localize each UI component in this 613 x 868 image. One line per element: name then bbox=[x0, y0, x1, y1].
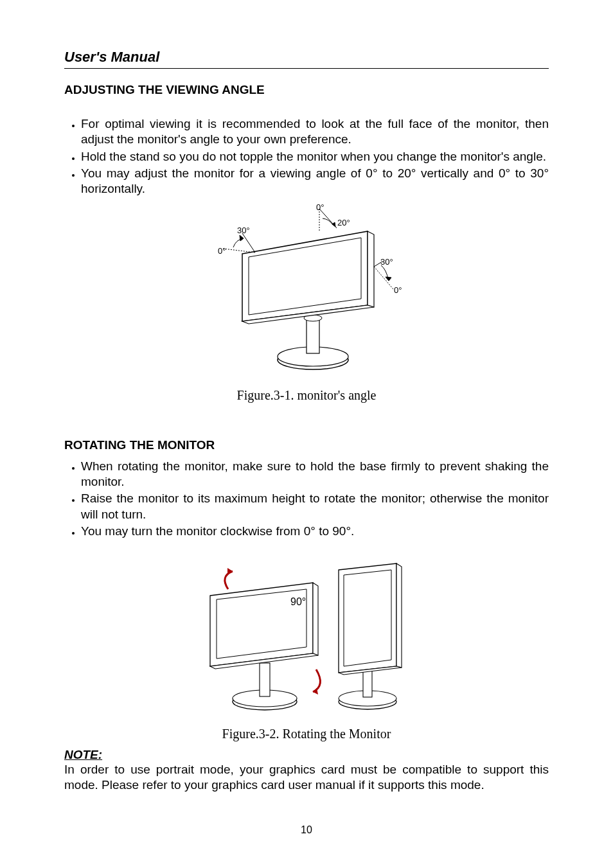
page-number: 10 bbox=[0, 824, 613, 836]
list-item: You may adjust the monitor for a viewing… bbox=[81, 166, 549, 197]
svg-rect-19 bbox=[260, 663, 270, 696]
monitor-rotate-diagram: 90° bbox=[197, 557, 416, 718]
header-rule bbox=[64, 68, 549, 69]
list-item: Raise the monitor to its maximum height … bbox=[81, 491, 549, 522]
note-heading: NOTE: bbox=[64, 748, 549, 762]
figure-caption: Figure.3-2. Rotating the Monitor bbox=[64, 727, 549, 741]
angle-label: 90° bbox=[290, 596, 306, 607]
figure-3-2: 90° Figure.3-2. Rotating the Monitor bbox=[64, 557, 549, 741]
manual-page: User's Manual ADJUSTING THE VIEWING ANGL… bbox=[0, 0, 613, 868]
rotating-bullet-list: When rotating the monitor, make sure to … bbox=[64, 459, 549, 540]
angle-label: 20° bbox=[337, 218, 350, 227]
svg-marker-22 bbox=[313, 583, 318, 655]
svg-marker-10 bbox=[332, 222, 335, 227]
angle-label: 0° bbox=[394, 285, 402, 295]
svg-line-12 bbox=[242, 233, 255, 252]
monitor-angle-diagram: 0° 20° 0° 30° 30° 0° bbox=[204, 202, 409, 379]
svg-marker-6 bbox=[368, 231, 374, 307]
section-heading-adjusting: ADJUSTING THE VIEWING ANGLE bbox=[64, 83, 549, 97]
list-item: For optimal viewing it is recommended to… bbox=[81, 116, 549, 148]
page-header-title: User's Manual bbox=[64, 49, 549, 66]
angle-label: 0° bbox=[316, 202, 324, 212]
angle-label: 0° bbox=[218, 246, 226, 256]
angle-label: 30° bbox=[237, 226, 250, 235]
figure-3-1: 0° 20° 0° 30° 30° 0° Figure.3-1. monitor… bbox=[64, 202, 549, 403]
list-item: When rotating the monitor, make sure to … bbox=[81, 459, 549, 490]
figure-caption: Figure.3-1. monitor's angle bbox=[64, 388, 549, 403]
note-body: In order to use portrait mode, your grap… bbox=[64, 762, 549, 793]
adjusting-bullet-list: For optimal viewing it is recommended to… bbox=[64, 116, 549, 197]
svg-marker-31 bbox=[396, 563, 402, 668]
section-heading-rotating: ROTATING THE MONITOR bbox=[64, 438, 549, 452]
list-item: Hold the stand so you do not topple the … bbox=[81, 149, 549, 164]
svg-marker-16 bbox=[386, 277, 391, 281]
angle-label: 30° bbox=[380, 257, 393, 267]
svg-marker-20 bbox=[210, 583, 313, 666]
svg-marker-13 bbox=[240, 235, 244, 241]
list-item: You may turn the monitor clockwise from … bbox=[81, 524, 549, 539]
svg-marker-29 bbox=[339, 563, 396, 673]
svg-rect-2 bbox=[306, 318, 319, 353]
